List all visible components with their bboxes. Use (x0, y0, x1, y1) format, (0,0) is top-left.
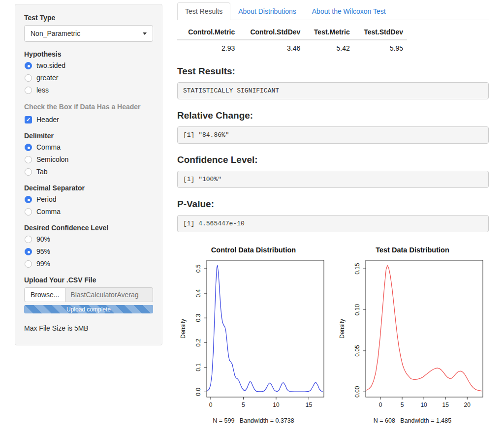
checkbox-header-label: Header (36, 116, 59, 123)
confidence-level-label: Desired Confidence Level (24, 224, 153, 232)
result-output-confidence-level: [1] "100%" (177, 171, 489, 188)
radio-option-tab[interactable]: Tab (25, 168, 153, 176)
svg-text:5: 5 (401, 401, 404, 408)
control-distribution-plot: Control Data Distribution0510150.00.10.2… (178, 246, 329, 424)
upload-label: Upload Your .CSV File (24, 276, 153, 284)
radio-option-90[interactable]: 90% (25, 235, 153, 243)
summary-table: Control.MetricControl.StdDevTest.MetricT… (177, 25, 407, 55)
file-input: Browse... BlastCalculatorAverag (24, 287, 153, 302)
svg-text:0.05: 0.05 (354, 345, 361, 357)
radio-unselected-icon (25, 236, 32, 243)
radio-option-comma[interactable]: Comma (25, 143, 153, 151)
radio-unselected-icon (25, 208, 32, 216)
decimal-separator-radio-group: PeriodComma (24, 195, 153, 216)
checkbox-header[interactable]: Header (25, 116, 153, 123)
col-header-test-metric: Test.Metric (304, 25, 353, 40)
upload-progress-label: Upload complete (66, 306, 111, 313)
upload-progress-bar: Upload complete (24, 305, 153, 313)
radio-selected-icon (25, 144, 32, 151)
svg-text:15: 15 (306, 401, 313, 408)
y-axis-label: Density (180, 319, 187, 339)
svg-text:15: 15 (442, 401, 449, 408)
radio-option-label: Period (36, 195, 56, 203)
result-output-p-value: [1] 4.565447e-10 (177, 215, 489, 232)
table-cell: 2.93 (177, 40, 239, 55)
sidebar: Test Type Non_Parametric Hypothesis two.… (15, 4, 162, 345)
test-distribution-plot: Test Data Distribution051015200.000.050.… (337, 246, 488, 424)
result-heading-test-results: Test Results: (177, 66, 489, 77)
radio-option-two-sided[interactable]: two.sided (25, 62, 153, 69)
test-type-label: Test Type (24, 14, 153, 22)
col-header-control-metric: Control.Metric (177, 25, 239, 40)
result-heading-relative-change: Relative Change: (177, 110, 489, 121)
delimiter-label: Delimiter (24, 132, 153, 140)
header-note: Check the Box if Data Has a Header (24, 103, 153, 111)
table-row: 2.933.465.425.95 (177, 40, 407, 55)
radio-option-label: 95% (36, 247, 50, 255)
table-cell: 3.46 (239, 40, 304, 55)
radio-option-label: two.sided (36, 62, 65, 69)
radio-option-comma[interactable]: Comma (25, 208, 153, 216)
tab-about-distributions[interactable]: About Distributions (230, 2, 304, 20)
radio-option-label: Semicolon (36, 155, 68, 163)
svg-text:0.0: 0.0 (195, 388, 202, 396)
radio-selected-icon (25, 196, 32, 203)
plot-title: Test Data Distribution (337, 246, 488, 254)
radio-option-label: 90% (36, 235, 50, 243)
density-curve (367, 266, 482, 391)
density-curve (207, 266, 322, 392)
test-distribution-plot-svg: 051015200.000.050.100.15Density (337, 257, 488, 413)
svg-text:0.3: 0.3 (195, 314, 202, 322)
radio-selected-icon (25, 62, 32, 69)
caret-down-icon (143, 32, 147, 35)
decimal-separator-label: Decimal Separator (24, 184, 153, 192)
plot-title: Control Data Distribution (178, 246, 329, 254)
file-name-display[interactable]: BlastCalculatorAverag (65, 287, 153, 302)
radio-option-label: 99% (36, 260, 50, 268)
control-distribution-plot-svg: 0510150.00.10.20.30.40.5Density (178, 257, 329, 413)
radio-option-period[interactable]: Period (25, 195, 153, 203)
plot-subtitle: N = 608 Bandwidth = 1.485 (337, 417, 488, 424)
col-header-test-stddev: Test.StdDev (354, 25, 407, 40)
result-output-test-results: STATISTICALLY SIGNIFICANT (177, 82, 489, 99)
browse-button[interactable]: Browse... (24, 287, 65, 302)
radio-option-semicolon[interactable]: Semicolon (25, 155, 153, 163)
app-root: Test Type Non_Parametric Hypothesis two.… (0, 0, 504, 424)
svg-text:0.10: 0.10 (354, 304, 361, 316)
radio-option-label: Comma (36, 208, 61, 216)
radio-option-95[interactable]: 95% (25, 247, 153, 255)
tab-about-the-wilcoxon-test[interactable]: About the Wilcoxon Test (304, 2, 394, 20)
result-output-relative-change: [1] "84.86%" (177, 126, 489, 144)
radio-unselected-icon (25, 260, 32, 268)
radio-option-less[interactable]: less (25, 86, 153, 94)
radio-unselected-icon (25, 168, 32, 176)
radio-option-99[interactable]: 99% (25, 260, 153, 268)
svg-text:0.1: 0.1 (195, 363, 202, 371)
col-header-control-stddev: Control.StdDev (239, 25, 304, 40)
delimiter-radio-group: CommaSemicolonTab (24, 143, 153, 176)
svg-text:10: 10 (420, 401, 427, 408)
table-cell: 5.95 (354, 40, 407, 55)
test-type-select[interactable]: Non_Parametric (24, 25, 153, 42)
hypothesis-radio-group: two.sidedgreaterless (24, 62, 153, 94)
radio-unselected-icon (25, 74, 32, 82)
svg-text:20: 20 (464, 401, 471, 408)
summary-table-container: Control.MetricControl.StdDevTest.MetricT… (177, 25, 489, 55)
tab-test-results[interactable]: Test Results (177, 2, 230, 20)
svg-text:0.00: 0.00 (354, 386, 361, 398)
hypothesis-label: Hypothesis (24, 50, 153, 58)
radio-option-label: Tab (36, 168, 48, 176)
svg-text:0.2: 0.2 (195, 339, 202, 347)
main-panel: Test ResultsAbout DistributionsAbout the… (177, 2, 489, 424)
svg-text:5: 5 (242, 401, 245, 408)
radio-unselected-icon (25, 156, 32, 163)
svg-text:0.4: 0.4 (195, 289, 202, 297)
confidence-level-radio-group: 90%95%99% (24, 235, 153, 268)
result-heading-p-value: P-Value: (177, 199, 489, 210)
radio-option-label: Comma (36, 143, 61, 151)
y-axis-label: Density (339, 319, 346, 339)
radio-option-greater[interactable]: greater (25, 74, 153, 82)
test-type-selected-value: Non_Parametric (31, 30, 80, 37)
radio-option-label: greater (36, 74, 58, 82)
radio-option-label: less (36, 86, 49, 94)
